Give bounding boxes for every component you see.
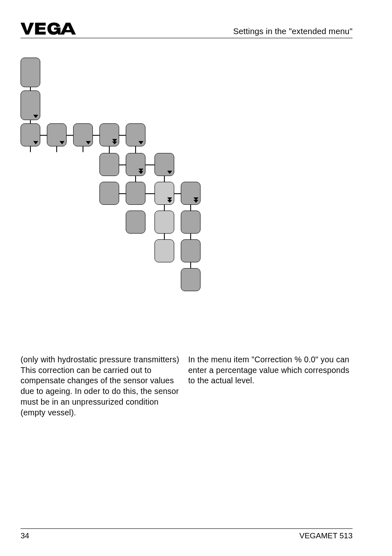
connector-vertical [56,146,57,152]
arrow-down-icon [138,141,143,144]
body-text-right: In the menu item "Correction % 0.0" you … [188,354,353,386]
connector-horizontal [119,193,126,194]
menu-node [181,211,201,234]
menu-node [181,268,201,291]
product-name: VEGAMET 513 [299,531,353,540]
menu-node [154,211,174,234]
connector-vertical [109,146,110,153]
connector-horizontal [119,164,126,165]
menu-node [154,239,174,262]
connector-vertical [135,146,136,153]
connector-horizontal [145,164,154,165]
connector-vertical [164,234,165,239]
menu-node [99,182,119,205]
arrow-down-double-icon [138,169,143,174]
connector-vertical [190,262,191,268]
menu-node [21,58,40,87]
connector-horizontal [119,135,126,136]
connector-vertical [164,176,165,182]
connector-vertical [30,146,31,152]
body-text-left: (only with hydrostatic pressure transmit… [21,354,185,418]
connector-horizontal [67,135,73,136]
breadcrumb: Settings in the "extended menu" [233,27,353,36]
connector-vertical [164,205,165,211]
connector-horizontal [93,135,99,136]
connector-vertical [30,87,31,90]
vega-logo [21,22,76,36]
menu-node [126,211,145,234]
page-footer: 34 VEGAMET 513 [21,528,353,540]
page-header: Settings in the "extended menu" [21,22,353,38]
arrow-down-double-icon [194,197,198,203]
menu-node [126,182,145,205]
connector-vertical [190,205,191,211]
connector-vertical [190,234,191,239]
menu-node [99,153,119,176]
connector-horizontal [40,135,47,136]
connector-horizontal [145,193,154,194]
connector-vertical [135,176,136,182]
menu-node [181,239,201,262]
arrow-down-double-icon [112,139,117,145]
connector-vertical [83,146,83,152]
arrow-down-icon [167,171,172,174]
page-number: 34 [21,531,29,540]
connector-vertical [30,120,31,123]
arrow-down-icon [33,141,38,144]
arrow-down-double-icon [167,197,172,203]
arrow-down-icon [86,141,91,144]
connector-horizontal [174,193,181,194]
arrow-down-icon [60,141,65,144]
menu-flow-diagram [21,58,214,313]
arrow-down-icon [33,115,38,118]
